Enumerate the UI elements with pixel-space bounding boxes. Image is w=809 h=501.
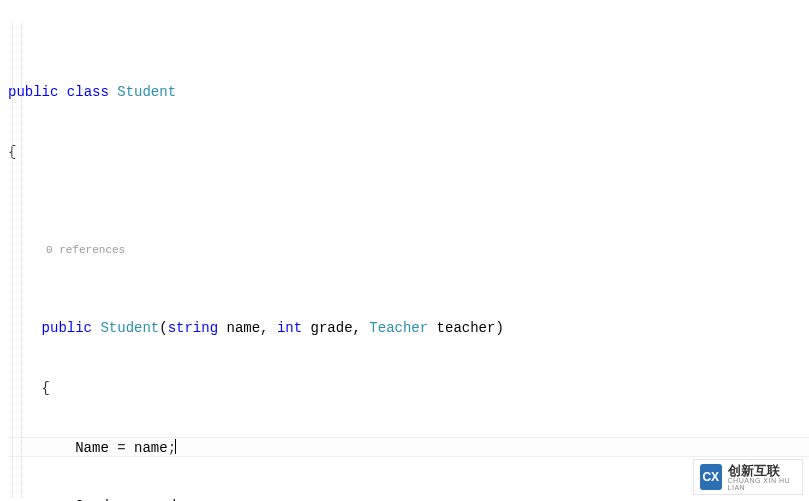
code-line[interactable]: {: [8, 142, 809, 162]
watermark-logo: CX 创新互联 CHUANG XIN HU LIAN: [693, 459, 803, 495]
keyword: class: [67, 84, 109, 100]
code-line[interactable]: Grade = grade;: [8, 496, 809, 501]
keyword: string: [168, 320, 218, 336]
identifier: name: [134, 440, 168, 456]
code-line[interactable]: public Student(string name, int grade, T…: [8, 318, 809, 338]
keyword: public: [8, 84, 58, 100]
indent-guide: [12, 22, 13, 497]
code-editor[interactable]: public class Student { 0 references publ…: [0, 0, 809, 501]
punct: =: [109, 440, 134, 456]
indent-guide: [21, 22, 22, 497]
logo-text: 创新互联 CHUANG XIN HU LIAN: [728, 464, 796, 491]
text-cursor: [175, 439, 176, 454]
type-name: Student: [100, 320, 159, 336]
param: teacher: [437, 320, 496, 336]
current-line[interactable]: Name = name;: [8, 437, 809, 457]
param: name: [226, 320, 260, 336]
logo-mark: CX: [700, 464, 722, 490]
param: grade: [311, 320, 353, 336]
code-line[interactable]: public class Student: [8, 82, 809, 102]
logo-title: 创新互联: [728, 464, 796, 477]
identifier: Name: [75, 440, 109, 456]
code-line[interactable]: {: [8, 378, 809, 398]
brace: {: [42, 380, 50, 396]
type-name: Student: [117, 84, 176, 100]
logo-subtitle: CHUANG XIN HU LIAN: [728, 477, 796, 491]
codelens[interactable]: 0 references: [8, 242, 809, 258]
keyword: int: [277, 320, 302, 336]
type-name: Teacher: [369, 320, 428, 336]
keyword: public: [42, 320, 92, 336]
